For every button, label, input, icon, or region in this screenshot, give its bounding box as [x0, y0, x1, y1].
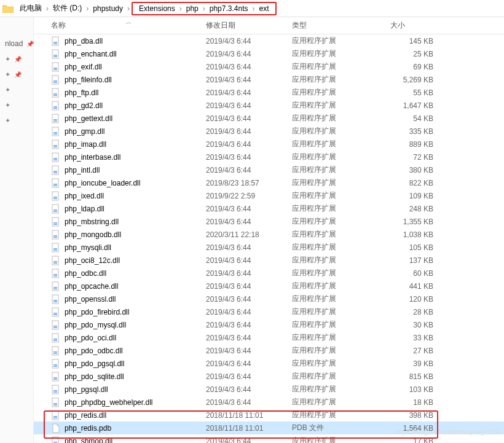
file-size: 380 KB	[390, 163, 433, 176]
file-type: 应用程序扩展	[292, 241, 336, 254]
svg-point-4	[56, 42, 57, 44]
file-name: php_redis.pdb	[65, 424, 111, 433]
chevron-right-icon: ›	[250, 4, 256, 13]
table-row[interactable]: php_odbc.dll2019/4/3 6:44应用程序扩展60 KB	[34, 267, 504, 280]
svg-point-103	[55, 300, 56, 302]
sidebar-item[interactable]: ✦📌	[0, 67, 33, 82]
column-size[interactable]: 大小	[390, 17, 405, 34]
table-row[interactable]: php_mongodb.dll2020/3/11 22:18应用程序扩展1,03…	[34, 228, 504, 241]
table-row[interactable]: php_oci8_12c.dll2019/4/3 6:44应用程序扩展137 K…	[34, 254, 504, 267]
crumb-this-pc[interactable]: 此电脑	[17, 3, 44, 14]
file-name: php_mysqli.dll	[65, 243, 111, 252]
table-row[interactable]: php_opcache.dll2019/4/3 6:44应用程序扩展441 KB	[34, 280, 504, 292]
svg-point-124	[56, 352, 57, 353]
svg-point-17	[53, 81, 55, 82]
svg-point-62	[53, 197, 55, 198]
svg-point-8	[55, 55, 56, 57]
table-row[interactable]: php_ftp.dll2019/4/3 6:44应用程序扩展55 KB	[34, 86, 504, 99]
table-row[interactable]: php_phpdbg_webhelper.dll2019/4/3 6:44应用程…	[34, 396, 504, 409]
file-date: 2019/4/3 6:44	[206, 370, 251, 383]
file-date: 2019/4/3 6:44	[206, 112, 251, 125]
sidebar-item[interactable]: ✦📌	[0, 52, 33, 67]
table-row[interactable]: php_enchant.dll2019/4/3 6:44应用程序扩展25 KB	[34, 47, 504, 60]
table-row[interactable]: php_fileinfo.dll2019/4/3 6:44应用程序扩展5,269…	[34, 73, 504, 86]
table-row[interactable]: php_pdo_firebird.dll2019/4/3 6:44应用程序扩展2…	[34, 305, 504, 318]
svg-point-38	[55, 133, 56, 134]
table-row[interactable]: php_ioncube_loader.dll2019/8/23 18:57应用程…	[34, 176, 504, 189]
dll-icon	[51, 256, 61, 265]
table-row[interactable]: php_mbstring.dll2019/4/3 6:44应用程序扩展1,355…	[34, 215, 504, 228]
table-row[interactable]: php_pdo_sqlite.dll2019/4/3 6:44应用程序扩展815…	[34, 370, 504, 383]
crumb-phpstudy[interactable]: phpstudy	[90, 4, 125, 13]
column-name[interactable]: 名称	[51, 17, 66, 34]
file-type: 应用程序扩展	[292, 215, 336, 228]
sidebar-item[interactable]: ✦	[0, 82, 33, 98]
svg-point-63	[55, 197, 56, 198]
column-type[interactable]: 类型	[292, 17, 307, 34]
svg-point-79	[56, 236, 57, 237]
file-type: 应用程序扩展	[292, 176, 336, 189]
crumb-drive-d[interactable]: 软件 (D:)	[50, 3, 84, 14]
table-row[interactable]: php_shmop.dll2019/4/3 6:44应用程序扩展17 KB	[34, 434, 504, 443]
crumb-highlight-box: Extensions › php › php7.3.4nts › ext	[132, 2, 276, 15]
svg-point-7	[53, 55, 55, 57]
sidebar-item[interactable]: ✦	[0, 98, 33, 113]
table-row[interactable]: php_imap.dll2019/4/3 6:44应用程序扩展889 KB	[34, 138, 504, 151]
svg-point-52	[53, 171, 55, 173]
file-name: php_gd2.dll	[65, 101, 103, 110]
svg-point-108	[55, 313, 56, 315]
crumb-extensions[interactable]: Extensions	[136, 4, 178, 13]
sidebar-item-download[interactable]: nload 📌	[0, 36, 33, 52]
file-size: 105 KB	[390, 241, 433, 254]
table-row[interactable]: php_gettext.dll2019/4/3 6:44应用程序扩展54 KB	[34, 112, 504, 125]
breadcrumb[interactable]: 此电脑 › 软件 (D:) › phpstudy › Extensions › …	[0, 0, 504, 17]
file-size: 145 KB	[390, 34, 433, 47]
svg-point-123	[55, 352, 56, 353]
table-row[interactable]: php_pdo_mysql.dll2019/4/3 6:44应用程序扩展30 K…	[34, 318, 504, 331]
table-row[interactable]: php_intl.dll2019/4/3 6:44应用程序扩展380 KB	[34, 163, 504, 176]
file-type: 应用程序扩展	[292, 86, 336, 99]
table-row[interactable]: php_exif.dll2019/4/3 6:44应用程序扩展69 KB	[34, 60, 504, 73]
table-row[interactable]: php_redis.pdb2018/11/18 11:01PDB 文件1,564…	[34, 421, 504, 434]
svg-point-87	[53, 262, 55, 263]
file-date: 2019/4/3 6:44	[206, 125, 251, 138]
svg-point-137	[53, 391, 55, 392]
table-row[interactable]: php_pdo_oci.dll2019/4/3 6:44应用程序扩展33 KB	[34, 331, 504, 344]
table-row[interactable]: php_gd2.dll2019/4/3 6:44应用程序扩展1,647 KB	[34, 99, 504, 112]
sort-ascending-icon[interactable]: ︿	[126, 18, 132, 26]
table-row[interactable]: php_pgsql.dll2019/4/3 6:44应用程序扩展103 KB	[34, 383, 504, 396]
svg-point-39	[56, 133, 57, 134]
table-row[interactable]: php_ldap.dll2019/4/3 6:44应用程序扩展248 KB	[34, 202, 504, 215]
table-row[interactable]: php_gmp.dll2019/4/3 6:44应用程序扩展335 KB	[34, 125, 504, 138]
column-header-row: ︿ 名称 修改日期 类型 大小	[34, 17, 504, 34]
file-size: 72 KB	[390, 151, 433, 163]
dll-icon	[51, 152, 61, 162]
svg-point-94	[56, 275, 57, 276]
table-row[interactable]: php_pdo_odbc.dll2019/4/3 6:44应用程序扩展27 KB	[34, 344, 504, 357]
dll-icon	[51, 243, 61, 253]
file-name: php_mongodb.dll	[65, 230, 121, 239]
table-row[interactable]: php_mysqli.dll2019/4/3 6:44应用程序扩展105 KB	[34, 241, 504, 254]
file-icon	[51, 423, 61, 433]
table-row[interactable]: php_dba.dll2019/4/3 6:44应用程序扩展145 KB	[34, 34, 504, 47]
file-name: php_redis.dll	[65, 411, 106, 420]
table-row[interactable]: php_openssl.dll2019/4/3 6:44应用程序扩展120 KB	[34, 292, 504, 305]
file-date: 2018/11/18 11:01	[206, 421, 263, 434]
crumb-ext[interactable]: ext	[256, 4, 271, 13]
table-row[interactable]: php_redis.dll2018/11/18 11:01应用程序扩展398 K…	[34, 409, 504, 421]
file-size: 1,564 KB	[390, 421, 433, 434]
file-name: php_phpdbg_webhelper.dll	[65, 398, 152, 407]
column-date[interactable]: 修改日期	[206, 17, 235, 34]
file-type: 应用程序扩展	[292, 34, 336, 47]
table-row[interactable]: php_pdo_pgsql.dll2019/4/3 6:44应用程序扩展39 K…	[34, 357, 504, 370]
star-icon: ✦	[5, 55, 10, 63]
crumb-php734nts[interactable]: php7.3.4nts	[207, 4, 251, 13]
file-name: php_enchant.dll	[65, 50, 117, 58]
table-row[interactable]: php_ixed.dll2019/9/22 2:59应用程序扩展109 KB	[34, 189, 504, 202]
sidebar-item[interactable]: ✦	[0, 113, 33, 128]
pin-icon: 📌	[14, 71, 22, 78]
file-date: 2019/4/3 6:44	[206, 60, 251, 73]
crumb-php[interactable]: php	[184, 4, 201, 13]
svg-point-147	[53, 417, 55, 418]
table-row[interactable]: php_interbase.dll2019/4/3 6:44应用程序扩展72 K…	[34, 151, 504, 163]
